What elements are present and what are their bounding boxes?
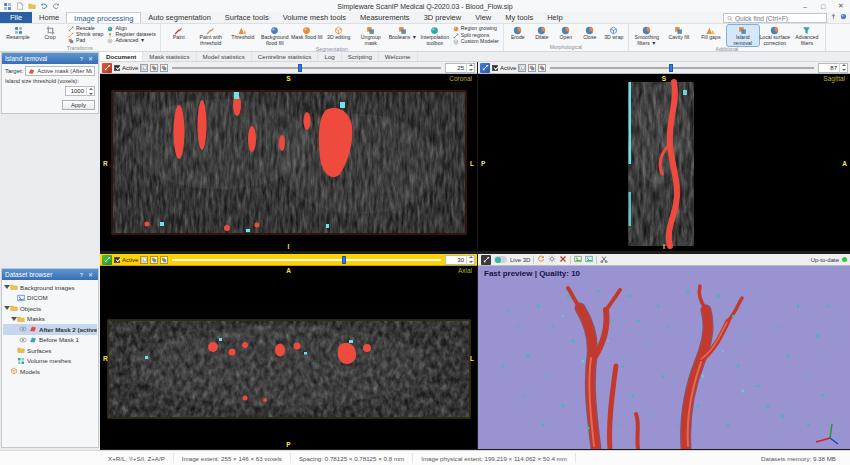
doc-tab-centreline-statistics[interactable]: Centreline statistics (252, 52, 319, 61)
tab-3d-preview[interactable]: 3D preview (417, 12, 469, 23)
slice-settings-icon[interactable] (160, 64, 168, 72)
tree-item-surfaces[interactable]: Surfaces (3, 345, 97, 356)
live-3d-toggle[interactable] (494, 256, 507, 263)
tree-item-before-mask-1[interactable]: Before Mask 1 (3, 335, 97, 346)
coronal-active-checkbox[interactable]: Active (114, 65, 138, 71)
3d-view-icon[interactable] (481, 255, 491, 265)
sagittal-view-icon[interactable] (480, 63, 490, 73)
axial-view-icon[interactable] (102, 255, 112, 265)
tab-auto-segmentation[interactable]: Auto segmentation (141, 12, 218, 23)
slice-link-icon[interactable] (150, 256, 158, 264)
slice-settings-icon[interactable] (160, 256, 168, 264)
3d-editing-button[interactable]: 3D editing (323, 25, 355, 46)
local-surface-correction-button[interactable]: Local surface correction (759, 25, 791, 46)
snapshot-icon[interactable] (574, 255, 582, 264)
coronal-slice-spinbox[interactable]: 25 (445, 63, 475, 73)
tree-item-after-mask-2[interactable]: After Mask 2 (active) (3, 324, 97, 335)
tab-home[interactable]: Home (32, 12, 66, 23)
open-button[interactable]: Open (554, 25, 578, 44)
apply-button[interactable]: Apply (62, 100, 95, 110)
cavity-fill-button[interactable]: Cavity fill (663, 25, 695, 46)
ungroup-mask-button[interactable]: Ungroup mask (355, 25, 387, 46)
expander-icon[interactable] (4, 285, 10, 289)
doc-tab-log[interactable]: Log (318, 52, 341, 61)
dataset-browser-close-button[interactable]: ✕ (86, 271, 95, 278)
tree-item-volume-meshes[interactable]: Volume meshes (3, 356, 97, 367)
new-document-icon[interactable] (15, 2, 24, 11)
render-settings-icon[interactable] (548, 255, 556, 264)
sagittal-slice-spinbox[interactable]: 87 (818, 63, 848, 73)
close-morph-button[interactable]: Close (578, 25, 602, 44)
slice-copy-icon[interactable] (140, 256, 148, 264)
paint-with-threshold-button[interactable]: Paint with threshold (195, 25, 227, 46)
pad-button[interactable]: Pad (66, 38, 105, 44)
cancel-render-icon[interactable] (559, 255, 567, 264)
undo-icon[interactable] (39, 2, 48, 11)
booleans-button[interactable]: Booleans ▼ (387, 25, 419, 46)
sagittal-slice-slider[interactable] (548, 63, 816, 73)
background-image-icon[interactable] (585, 255, 593, 264)
threshold-spinbox[interactable]: 1000 (65, 86, 95, 96)
mask-flood-fill-button[interactable]: Mask flood fill (291, 25, 323, 46)
slider-handle[interactable] (669, 64, 673, 72)
tree-item-dicom[interactable]: DICOM (3, 293, 97, 304)
3d-wrap-button[interactable]: 3D wrap (602, 25, 626, 44)
tree-item-background-images[interactable]: Background images (3, 282, 97, 293)
tree-item-models[interactable]: Models (3, 366, 97, 377)
tree-item-objects[interactable]: Objects (3, 303, 97, 314)
slice-link-icon[interactable] (528, 64, 536, 72)
doc-tab-welcome[interactable]: Welcome (379, 52, 418, 61)
tab-view[interactable]: View (468, 12, 498, 23)
close-button[interactable]: ✕ (832, 0, 850, 12)
doc-tab-document[interactable]: Document (100, 52, 143, 61)
doc-tab-model-statistics[interactable]: Model statistics (197, 52, 252, 61)
pin-icon[interactable] (829, 12, 837, 20)
quick-find-input[interactable] (735, 15, 823, 22)
island-removal-button[interactable]: Island removal (727, 25, 759, 46)
spin-buttons[interactable] (839, 63, 847, 73)
transforms-advanced-button[interactable]: Advanced ▼ (105, 38, 157, 44)
coronal-view-icon[interactable] (102, 63, 112, 73)
panel-close-button[interactable]: ✕ (86, 55, 95, 62)
paint-button[interactable]: Paint (163, 25, 195, 46)
sagittal-view[interactable]: S P A I Sagittal (478, 74, 850, 251)
clip-icon[interactable] (600, 255, 608, 264)
smoothing-filters-button[interactable]: Smoothing filters ▼ (631, 25, 663, 46)
dataset-browser-help-button[interactable]: ? (77, 272, 86, 278)
advanced-filters-button[interactable]: Advanced filters (791, 25, 823, 46)
3d-preview-view[interactable]: Fast preview | Quality: 10 (478, 266, 850, 449)
spin-buttons[interactable] (466, 63, 474, 73)
tab-file[interactable]: File (0, 12, 32, 23)
axial-slice-slider[interactable] (170, 255, 443, 265)
dilate-button[interactable]: Dilate (530, 25, 554, 44)
tab-measurements[interactable]: Measurements (353, 12, 417, 23)
maximize-button[interactable]: □ (814, 0, 832, 12)
slider-handle[interactable] (298, 64, 302, 72)
expander-icon[interactable] (4, 306, 10, 310)
resample-button[interactable]: Resample (2, 25, 34, 45)
axial-view[interactable]: A R L P Axial (100, 266, 477, 449)
custom-modeler-button[interactable]: Custom Modeler (451, 39, 501, 45)
tab-my-tools[interactable]: My tools (498, 12, 540, 23)
eye-icon[interactable] (19, 336, 27, 344)
slice-settings-icon[interactable] (538, 64, 546, 72)
tab-volume-mesh-tools[interactable]: Volume mesh tools (276, 12, 353, 23)
axial-active-checkbox[interactable]: Active (114, 257, 138, 263)
coronal-slice-slider[interactable] (170, 63, 443, 73)
redo-icon[interactable] (51, 2, 60, 11)
eye-icon[interactable] (19, 325, 27, 333)
sagittal-active-checkbox[interactable]: Active (492, 65, 516, 71)
doc-tab-scripting[interactable]: Scripting (342, 52, 379, 61)
tab-image-processing[interactable]: Image processing (66, 12, 141, 23)
tab-surface-tools[interactable]: Surface tools (218, 12, 276, 23)
slice-link-icon[interactable] (150, 64, 158, 72)
threshold-button[interactable]: Threshold (227, 25, 259, 46)
save-icon[interactable] (27, 2, 36, 11)
expander-icon[interactable] (11, 317, 17, 321)
refresh-icon[interactable] (537, 255, 545, 264)
doc-tab-mask-statistics[interactable]: Mask statistics (143, 52, 196, 61)
axial-slice-spinbox[interactable]: 30 (445, 255, 475, 265)
erode-button[interactable]: Erode (506, 25, 530, 44)
panel-help-button[interactable]: ? (77, 56, 86, 62)
crop-button[interactable]: Crop (34, 25, 66, 45)
